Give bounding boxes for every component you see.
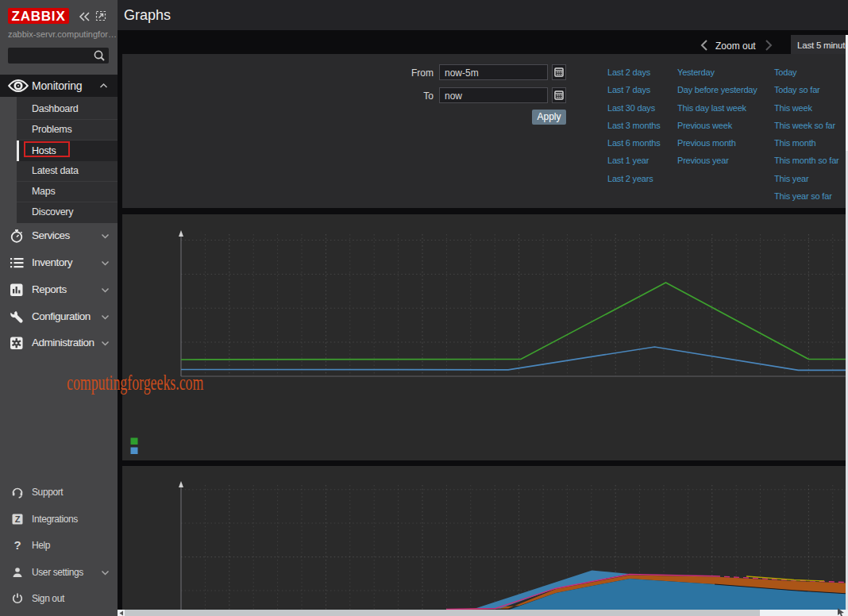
svg-text:?: ? — [13, 539, 21, 552]
svg-text:Z: Z — [15, 514, 21, 524]
